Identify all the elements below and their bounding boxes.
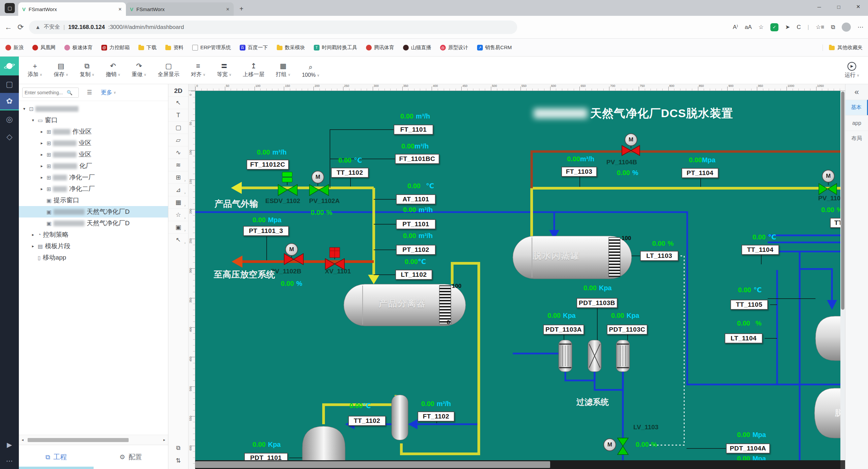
browser-tab-1[interactable]: V FSmartWorx ✕	[18, 2, 126, 16]
tool-pipe[interactable]: ≋	[168, 159, 188, 171]
instrument-tag[interactable]: PT_1102	[396, 245, 436, 255]
caret-icon[interactable]: ▸	[39, 129, 44, 134]
instrument-tag[interactable]: LT_1102	[395, 270, 432, 280]
bookmark-item[interactable]: 新浪	[5, 44, 24, 51]
copy-button[interactable]: ⧉复制∨	[80, 62, 94, 78]
instrument-tag[interactable]: FT_1101	[394, 125, 433, 135]
canvas-vertical-scrollbar[interactable]	[840, 91, 845, 460]
tool-text[interactable]: T	[168, 109, 188, 121]
caret-icon[interactable]: ▾	[30, 118, 36, 123]
close-icon[interactable]: ✕	[118, 7, 122, 12]
zoom-button[interactable]: ⌕100%∨	[302, 63, 319, 78]
tab-layout[interactable]: 布局	[845, 131, 868, 146]
small-column-vessel[interactable]	[392, 395, 408, 440]
close-window-button[interactable]: ✕	[848, 0, 868, 13]
tree-item[interactable]: ▸⊞净化一厂	[19, 172, 168, 183]
instrument-tag[interactable]: LT_1104	[724, 333, 763, 343]
rail-item-screens[interactable]: ▢	[0, 75, 19, 93]
instrument-tag[interactable]: TT_1105	[730, 300, 768, 310]
scroll-left-icon[interactable]: ◂	[20, 438, 25, 442]
reload-icon[interactable]: ⟳	[18, 23, 24, 32]
bookmark-item[interactable]: ↗销售易CRM	[477, 44, 512, 51]
tree-item[interactable]: ▣提示窗口	[19, 195, 168, 206]
bookmark-item[interactable]: 腾讯体育	[366, 44, 394, 51]
swap-icon[interactable]: ⇅	[176, 457, 181, 464]
motor-symbol[interactable]: M	[285, 243, 298, 256]
bookmark-item[interactable]: 数采模块	[277, 44, 305, 51]
font-size-icon[interactable]: aA	[745, 24, 752, 31]
scroll-right-icon[interactable]: ▸	[162, 438, 167, 442]
close-icon[interactable]: ✕	[226, 7, 229, 12]
bookmark-item[interactable]: 下载	[138, 44, 157, 51]
scrollbar-thumb[interactable]	[841, 92, 844, 310]
bookmark-item[interactable]: @力控邮箱	[101, 44, 130, 51]
motor-symbol[interactable]: M	[603, 438, 616, 451]
bookmark-item[interactable]: ERP管理系统	[192, 44, 231, 51]
tree-item[interactable]: ▸⊞业区	[19, 137, 168, 149]
caret-icon[interactable]: ▾	[22, 106, 27, 111]
bottom-tab-工程[interactable]: ⧉工程	[19, 452, 94, 462]
instrument-tag[interactable]: PDT_1103B	[577, 298, 618, 308]
bottom-tab-配置[interactable]: ⚙配置	[94, 452, 168, 462]
scrollbar-thumb[interactable]	[28, 438, 129, 442]
caret-icon[interactable]: ▸	[39, 152, 44, 157]
tool-pointer[interactable]: ↖›	[168, 233, 188, 246]
tool-chart[interactable]: ⊿›	[168, 184, 188, 196]
tree-item[interactable]: ▣天然气净化厂D	[19, 218, 168, 229]
tree-item[interactable]: ▣天然气净化厂D	[19, 206, 168, 218]
undo-button[interactable]: ↶撤销∨	[106, 62, 120, 78]
instrument-tag[interactable]: LT_1103	[640, 251, 678, 261]
search-box[interactable]: 🔍	[22, 88, 79, 98]
app-logo[interactable]	[0, 57, 19, 75]
tree-item[interactable]: ▸⊞作业区	[19, 126, 168, 137]
instrument-tag[interactable]: PT_1104	[681, 168, 718, 178]
instrument-tag[interactable]: PT_1101	[396, 219, 436, 229]
tool-image[interactable]: ▣›	[168, 221, 188, 233]
other-favorites[interactable]: 其他收藏夹	[823, 44, 863, 51]
tree-item[interactable]: ▾⊡	[19, 103, 168, 115]
caret-icon[interactable]: ▸	[39, 175, 44, 180]
tree-item[interactable]: ▸⊞净化二厂	[19, 183, 168, 195]
instrument-tag[interactable]: AT_1101	[396, 194, 436, 205]
read-aloud-icon[interactable]: A⁾	[733, 24, 738, 31]
instrument-tag[interactable]: PDT_1103A	[543, 324, 584, 335]
caret-icon[interactable]: ▸	[39, 187, 44, 191]
components-icon[interactable]: ⧉	[176, 444, 181, 451]
more-button[interactable]: 更多∨	[101, 89, 116, 96]
caret-icon[interactable]: ▸	[39, 141, 44, 146]
bookmark-item[interactable]: 百百度一下	[240, 44, 268, 51]
caret-icon[interactable]: ▸	[30, 244, 36, 248]
hmi-canvas[interactable]: 天然气净化厂DCS脱水装置 产品分离器 脱水闪蒸罐 100 0 100 FT_1…	[195, 91, 845, 469]
bookmark-item[interactable]: 资料	[165, 44, 184, 51]
tool-rect[interactable]: ▢	[168, 121, 188, 134]
filter-vessels[interactable]	[559, 340, 630, 372]
tab-search-icon[interactable]: ▢	[5, 3, 15, 13]
instrument-tag[interactable]: TT_1102	[331, 168, 369, 178]
maximize-button[interactable]: □	[829, 0, 848, 13]
tree-horizontal-scrollbar[interactable]: ◂ ▸	[19, 435, 168, 445]
run-preview-icon[interactable]: ▶	[0, 437, 19, 453]
new-tab-button[interactable]: +	[236, 4, 246, 14]
instrument-tag[interactable]: PT_1101_3	[243, 226, 289, 236]
bookmark-item[interactable]: 凤凰网	[32, 44, 56, 51]
list-view-icon[interactable]: ☰	[87, 89, 92, 96]
mode-2d-label[interactable]: 2D	[174, 86, 182, 96]
caret-icon[interactable]: ▸	[39, 164, 44, 168]
instrument-tag[interactable]: FT_1103	[561, 167, 597, 177]
tree-item[interactable]: ▸⊞化厂	[19, 160, 168, 172]
save-button[interactable]: ▤保存∨	[54, 62, 68, 78]
cursor-extension-icon[interactable]: ➤	[785, 24, 790, 31]
tab-app[interactable]: app	[845, 115, 868, 131]
motor-symbol[interactable]: M	[822, 170, 835, 183]
screen-title[interactable]: 天然气净化厂DCS脱水装置	[534, 106, 733, 121]
motor-symbol[interactable]: M	[311, 171, 324, 184]
more-dots-icon[interactable]: ⋯	[0, 453, 19, 469]
tree-item[interactable]: ▾▭窗口	[19, 115, 168, 126]
extension-icon[interactable]: ✓	[770, 23, 778, 31]
url-box[interactable]: ▲ 不安全 | 192.168.0.124 :3000/#/admin/hmi/…	[29, 21, 517, 34]
tool-select[interactable]: ↖	[168, 96, 188, 109]
back-icon[interactable]: ←	[5, 23, 12, 32]
bookmark-item[interactable]: 极速体育	[64, 44, 93, 51]
caret-icon[interactable]: ▸	[30, 232, 36, 237]
tool-curve[interactable]: ∿	[168, 146, 188, 159]
